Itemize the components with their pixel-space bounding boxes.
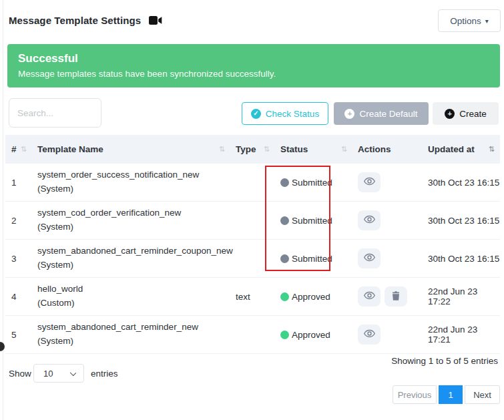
template-name: system_order_success_notification_new (37, 168, 230, 182)
column-header-[interactable]: #⇅ (5, 135, 32, 164)
status-label: Submitted (292, 178, 332, 188)
actions-cell (352, 325, 423, 345)
column-label: Status (280, 144, 308, 154)
plus-circle-icon: + (344, 109, 354, 119)
plus-circle-icon: + (445, 109, 455, 119)
updated-at-cell: 30th Oct 23 16:15 (423, 216, 500, 226)
trash-icon (392, 291, 400, 302)
table-row: 5system_abandoned_cart_reminder_new(Syst… (5, 316, 500, 354)
caret-down-icon: ▾ (485, 17, 489, 25)
current-page-button[interactable]: 1 (439, 385, 463, 404)
status-cell: Submitted (275, 216, 352, 226)
table-row: 1system_order_success_notification_new(S… (5, 164, 500, 202)
status-dot-icon (280, 331, 289, 339)
sort-icon[interactable]: ⇅ (489, 145, 495, 154)
show-label: Show (9, 369, 31, 379)
column-label: Updated at (428, 144, 475, 154)
options-label: Options (450, 16, 481, 26)
template-name-cell: system_cod_order_verification_new(System… (32, 206, 230, 234)
type-cell: text (230, 292, 275, 302)
card-left-border (3, 0, 3, 420)
page-title: Message Template Settings (9, 15, 141, 26)
status-cell: Submitted (275, 178, 352, 188)
column-label: Actions (358, 144, 391, 154)
sort-icon[interactable]: ⇅ (219, 145, 225, 154)
view-button[interactable] (358, 286, 381, 306)
template-origin: (System) (37, 335, 230, 349)
column-label: # (11, 144, 17, 154)
page-header: Message Template Settings (9, 15, 162, 26)
template-name: system_abandoned_cart_reminder_coupon_ne… (37, 244, 230, 258)
eye-icon (364, 253, 375, 264)
delete-button[interactable] (385, 286, 407, 306)
alert-message: Message templates status have been synch… (18, 69, 489, 79)
page-size-value: 10 (43, 369, 53, 379)
updated-at-cell: 30th Oct 23 16:15 (423, 254, 500, 264)
actions-cell (352, 172, 423, 192)
template-origin: (System) (37, 182, 230, 196)
column-header-type[interactable]: Type⇅ (230, 135, 275, 164)
column-header-actions: Actions (352, 135, 423, 164)
entries-summary: Showing 1 to 5 of 5 entries (391, 356, 498, 366)
status-cell: Approved (275, 330, 352, 340)
row-number: 1 (5, 178, 32, 188)
view-button[interactable] (358, 210, 381, 230)
chevron-down-icon (70, 370, 76, 376)
alert-title: Successful (18, 52, 489, 65)
template-origin: (System) (37, 258, 230, 272)
options-button[interactable]: Options ▾ (438, 9, 501, 32)
search-input[interactable] (9, 98, 101, 128)
eye-icon (364, 291, 375, 302)
video-camera-icon (149, 16, 162, 25)
status-dot-icon (280, 216, 289, 225)
updated-at-cell: 30th Oct 23 16:15 (423, 178, 500, 188)
status-label: Submitted (292, 254, 332, 264)
column-header-status[interactable]: Status⇅ (275, 135, 352, 164)
updated-at-cell: 22nd Jun 23 17:22 (423, 286, 500, 306)
column-label: Type (236, 144, 256, 154)
row-number: 2 (5, 216, 32, 226)
page-size-select[interactable]: 10 (33, 364, 84, 383)
template-name: system_abandoned_cart_reminder_new (37, 321, 230, 335)
template-origin: (Custom) (37, 296, 230, 310)
create-label: Create (459, 109, 487, 119)
column-header-template-name[interactable]: Template Name⇅ (32, 135, 230, 164)
sort-icon[interactable]: ⇅ (21, 145, 27, 154)
table-row: 2system_cod_order_verification_new(Syste… (5, 202, 500, 240)
eye-icon (364, 177, 375, 188)
pagination: Previous 1 Next (393, 385, 500, 404)
create-button[interactable]: + Create (433, 102, 499, 125)
template-name-cell: system_abandoned_cart_reminder_coupon_ne… (32, 244, 230, 272)
previous-page-button[interactable]: Previous (393, 385, 437, 404)
status-label: Approved (292, 292, 330, 302)
row-number: 4 (5, 292, 32, 302)
create-default-button[interactable]: + Create Default (334, 102, 429, 125)
view-button[interactable] (358, 325, 381, 345)
template-name-cell: system_abandoned_cart_reminder_new(Syste… (32, 321, 230, 349)
status-cell: Approved (275, 292, 352, 302)
actions-cell (352, 210, 423, 230)
left-edge-widget[interactable] (0, 342, 5, 351)
template-name: system_cod_order_verification_new (37, 206, 230, 220)
status-dot-icon (280, 292, 289, 301)
next-page-button[interactable]: Next (465, 385, 500, 404)
template-name: hello_world (37, 282, 230, 296)
create-default-label: Create Default (359, 109, 417, 119)
updated-at-cell: 22nd Jun 23 17:21 (423, 325, 500, 345)
table-body: 1system_order_success_notification_new(S… (5, 164, 500, 354)
view-button[interactable] (358, 172, 381, 192)
sort-icon[interactable]: ⇅ (264, 145, 270, 154)
row-number: 3 (5, 254, 32, 264)
sort-icon[interactable]: ⇅ (341, 145, 347, 154)
check-circle-icon: ✓ (251, 109, 261, 119)
table-row: 4hello_world(Custom)textApproved22nd Jun… (5, 278, 500, 316)
column-header-updated-at[interactable]: Updated at⇅ (423, 135, 500, 164)
templates-table: #⇅Template Name⇅Type⇅Status⇅ActionsUpdat… (5, 135, 500, 354)
eye-icon (364, 215, 375, 226)
check-status-button[interactable]: ✓ Check Status (242, 102, 328, 125)
column-label: Template Name (37, 144, 103, 154)
table-row: 3system_abandoned_cart_reminder_coupon_n… (5, 240, 500, 278)
template-name-cell: system_order_success_notification_new(Sy… (32, 168, 230, 196)
view-button[interactable] (358, 248, 381, 268)
status-dot-icon (280, 178, 289, 187)
